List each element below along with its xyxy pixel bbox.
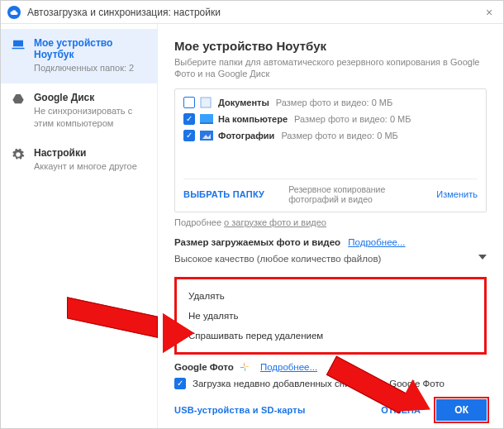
folder-meta: Размер фото и видео: 0 МБ — [281, 131, 397, 141]
folder-meta: Размер фото и видео: 0 МБ — [276, 98, 392, 107]
checkbox[interactable] — [174, 378, 186, 389]
sidebar-item-label: Мое устройство Ноутбук — [34, 37, 147, 60]
main-panel: Мое устройство Ноутбук Выберите папки дл… — [158, 24, 503, 428]
google-photos-section: Google Фото Подробнее... — [174, 361, 487, 373]
sidebar-item-label: Настройки — [34, 147, 137, 159]
sidebar-item-device[interactable]: Мое устройство Ноутбук Подключенных папо… — [1, 29, 157, 83]
checkbox[interactable] — [183, 130, 195, 141]
size-section-title: Размер загружаемых фото и видео Подробне… — [174, 237, 487, 247]
quality-dropdown[interactable]: Высокое качество (любое количество файло… — [174, 250, 487, 272]
folders-footer: ВЫБРАТЬ ПАПКУ Резервное копирование фото… — [183, 179, 478, 205]
ok-button[interactable]: ОК — [436, 399, 487, 421]
delete-option[interactable]: Не удалять — [188, 306, 473, 326]
sidebar-item-sublabel: Аккаунт и многое другое — [34, 160, 137, 172]
checkbox[interactable] — [183, 97, 195, 108]
size-more-link[interactable]: Подробнее... — [348, 237, 405, 247]
folder-icon — [200, 97, 213, 108]
sidebar-item-sublabel: Подключенных папок: 2 — [34, 62, 147, 74]
titlebar: Автозагрузка и синхронизация: настройки … — [1, 1, 503, 24]
sidebar-item-drive[interactable]: Google Диск Не синхронизировать с этим к… — [1, 83, 157, 139]
learn-more-link[interactable]: о загрузке фото и видео — [224, 217, 326, 227]
folder-row[interactable]: Документы Размер фото и видео: 0 МБ — [183, 94, 478, 111]
backup-caption: Резервное копирование фотографий и видео — [288, 184, 412, 205]
gp-upload-row[interactable]: Загрузка недавно добавленных снимков и в… — [174, 378, 487, 389]
window-body: Мое устройство Ноутбук Подключенных папо… — [1, 24, 503, 428]
svg-rect-0 — [201, 98, 211, 107]
delete-options-box: Удалять Не удалять Спрашивать перед удал… — [174, 277, 487, 355]
laptop-icon — [11, 37, 26, 52]
google-drive-icon — [11, 92, 26, 107]
folders-box: Документы Размер фото и видео: 0 МБ На к… — [174, 88, 487, 212]
folder-meta: Размер фото и видео: 0 МБ — [294, 114, 411, 124]
sidebar: Мое устройство Ноутбук Подключенных папо… — [1, 24, 158, 428]
folder-name: Документы — [218, 98, 269, 107]
google-photos-icon — [239, 361, 250, 373]
svg-rect-2 — [200, 122, 213, 124]
folder-name: Фотографии — [218, 131, 274, 141]
window-title: Автозагрузка и синхронизация: настройки — [27, 7, 482, 18]
settings-window: Автозагрузка и синхронизация: настройки … — [0, 0, 504, 429]
photos-icon — [200, 130, 213, 141]
bottom-row: USB-устройства и SD-карты ОТМЕНА ОК — [174, 399, 487, 421]
app-cloud-icon — [7, 6, 21, 19]
cancel-button[interactable]: ОТМЕНА — [381, 405, 421, 415]
delete-option[interactable]: Спрашивать перед удалением — [188, 326, 473, 346]
folder-row[interactable]: На компьютере Размер фото и видео: 0 МБ — [183, 111, 478, 127]
gear-icon — [11, 147, 26, 162]
delete-option[interactable]: Удалять — [188, 286, 473, 306]
page-title: Мое устройство Ноутбук — [174, 39, 487, 53]
svg-rect-1 — [200, 114, 213, 122]
usb-sd-link[interactable]: USB-устройства и SD-карты — [174, 405, 305, 415]
folder-name: На компьютере — [218, 114, 288, 124]
folder-row[interactable]: Фотографии Размер фото и видео: 0 МБ — [183, 127, 478, 144]
learn-more-line: Подробнее о загрузке фото и видео — [174, 217, 487, 227]
sidebar-item-sublabel: Не синхронизировать с этим компьютером — [34, 105, 147, 129]
page-subtitle: Выберите папки для автоматического резер… — [174, 56, 487, 80]
checkbox[interactable] — [183, 113, 195, 125]
desktop-icon — [200, 113, 213, 125]
gp-upload-label: Загрузка недавно добавленных снимков и в… — [193, 379, 445, 388]
sidebar-item-settings[interactable]: Настройки Аккаунт и многое другое — [1, 139, 157, 182]
gp-more-link[interactable]: Подробнее... — [260, 362, 317, 372]
quality-value: Высокое качество (любое количество файло… — [174, 254, 381, 264]
close-icon[interactable]: × — [482, 6, 497, 19]
chevron-down-icon — [478, 255, 487, 263]
sidebar-item-label: Google Диск — [34, 92, 147, 103]
choose-folder-button[interactable]: ВЫБРАТЬ ПАПКУ — [183, 189, 264, 199]
change-link[interactable]: Изменить — [436, 189, 478, 199]
